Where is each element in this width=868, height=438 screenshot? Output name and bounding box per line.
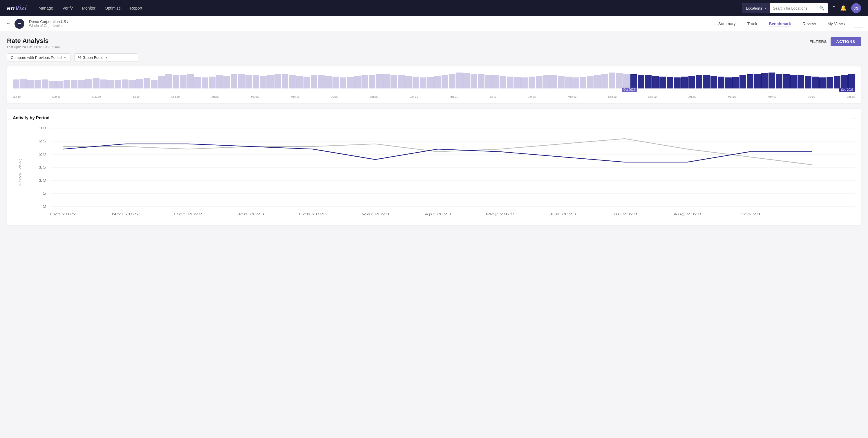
mini-bar[interactable] xyxy=(27,80,34,89)
mini-bar[interactable] xyxy=(543,75,550,89)
mini-bar[interactable] xyxy=(609,72,615,89)
mini-bar[interactable] xyxy=(434,76,441,89)
mini-bar[interactable] xyxy=(485,75,492,89)
mini-bar[interactable] xyxy=(769,72,775,89)
mini-bar[interactable] xyxy=(834,76,840,89)
mini-bar[interactable] xyxy=(216,75,223,89)
mini-bar[interactable] xyxy=(383,74,390,89)
mini-bar-chart[interactable] xyxy=(13,71,855,94)
nav-report[interactable]: Report xyxy=(130,5,142,11)
help-icon[interactable]: ? xyxy=(833,5,836,11)
mini-bar[interactable] xyxy=(245,75,252,89)
mini-bar[interactable] xyxy=(347,77,354,89)
mini-bar[interactable] xyxy=(587,76,594,89)
mini-bar[interactable] xyxy=(412,76,419,89)
mini-bar[interactable] xyxy=(333,76,339,89)
user-avatar[interactable]: JG xyxy=(851,3,861,13)
mini-bar[interactable] xyxy=(13,80,20,89)
nav-optimize[interactable]: Optimize xyxy=(105,5,121,11)
mini-bar[interactable] xyxy=(580,77,586,89)
mini-bar[interactable] xyxy=(652,76,659,89)
tab-summary[interactable]: Summary xyxy=(714,20,740,28)
download-button[interactable]: ↓ xyxy=(852,115,855,121)
mini-bar[interactable] xyxy=(558,76,564,89)
mini-bar[interactable] xyxy=(325,76,332,89)
mini-bar[interactable] xyxy=(703,75,710,89)
mini-bar[interactable] xyxy=(536,76,542,89)
mini-bar[interactable] xyxy=(304,76,310,89)
mini-bar[interactable] xyxy=(100,80,107,89)
mini-bar[interactable] xyxy=(56,81,63,89)
mini-bar[interactable] xyxy=(725,77,732,89)
mini-bar[interactable] xyxy=(194,77,201,89)
mini-bar[interactable] xyxy=(754,74,761,89)
mini-bar[interactable] xyxy=(202,77,208,89)
mini-bar[interactable] xyxy=(405,76,412,89)
mini-bar[interactable] xyxy=(362,75,368,89)
mini-bar[interactable] xyxy=(187,74,194,89)
locations-dropdown[interactable]: Locations ▾ 🔍 xyxy=(742,3,828,13)
mini-bar[interactable] xyxy=(78,80,85,89)
mini-bar[interactable] xyxy=(630,74,637,89)
mini-bar[interactable] xyxy=(470,74,477,89)
mini-bar[interactable] xyxy=(238,74,245,89)
mini-bar[interactable] xyxy=(819,77,826,89)
search-input[interactable] xyxy=(773,6,819,10)
tab-myviews[interactable]: My Views xyxy=(823,20,849,28)
mini-bar[interactable] xyxy=(572,77,579,89)
mini-bar[interactable] xyxy=(427,77,434,89)
mini-bar[interactable] xyxy=(666,77,673,89)
notifications-icon[interactable]: 🔔 xyxy=(840,5,846,11)
mini-bar[interactable] xyxy=(260,76,267,89)
nav-manage[interactable]: Manage xyxy=(39,5,53,11)
mini-bar[interactable] xyxy=(449,74,456,89)
mini-bar[interactable] xyxy=(223,76,230,89)
mini-bar[interactable] xyxy=(42,80,49,89)
mini-bar[interactable] xyxy=(827,77,833,89)
mini-bar[interactable] xyxy=(122,80,128,89)
mini-bar[interactable] xyxy=(107,80,114,89)
mini-bar[interactable] xyxy=(136,79,143,89)
mini-bar[interactable] xyxy=(20,79,27,89)
mini-bar[interactable] xyxy=(144,78,150,89)
mini-bar[interactable] xyxy=(158,76,165,89)
mini-bar[interactable] xyxy=(521,77,528,89)
mini-bar[interactable] xyxy=(601,74,608,89)
mini-bar[interactable] xyxy=(638,75,644,89)
mini-bar[interactable] xyxy=(71,80,78,89)
expand-button[interactable]: ⊡ xyxy=(854,20,862,28)
mini-bar[interactable] xyxy=(805,76,811,89)
mini-bar[interactable] xyxy=(478,74,485,89)
mini-bar[interactable] xyxy=(115,80,121,89)
mini-bar[interactable] xyxy=(659,76,666,89)
metric-filter[interactable]: % Green Fuels ▾ xyxy=(74,53,138,62)
mini-bar[interactable] xyxy=(732,77,739,89)
mini-bar[interactable] xyxy=(456,72,463,89)
mini-bar[interactable] xyxy=(441,75,448,89)
mini-bar[interactable] xyxy=(289,75,296,89)
mini-bar[interactable] xyxy=(398,75,404,89)
mini-bar[interactable] xyxy=(747,74,753,89)
mini-bar[interactable] xyxy=(790,75,797,89)
mini-bar[interactable] xyxy=(209,76,216,89)
mini-bar[interactable] xyxy=(492,75,499,89)
mini-bar[interactable] xyxy=(623,74,630,89)
tab-benchmark[interactable]: Benchmark xyxy=(764,20,796,28)
mini-bar[interactable] xyxy=(151,80,158,89)
mini-bar[interactable] xyxy=(253,75,259,89)
mini-bar[interactable] xyxy=(812,76,819,89)
mini-bar[interactable] xyxy=(529,76,535,89)
mini-bar[interactable] xyxy=(49,81,56,89)
mini-bar[interactable] xyxy=(594,75,601,89)
mini-bar[interactable] xyxy=(841,75,848,89)
nav-monitor[interactable]: Monitor xyxy=(82,5,95,11)
mini-bar[interactable] xyxy=(64,80,70,89)
mini-bar[interactable] xyxy=(391,75,397,89)
mini-bar[interactable] xyxy=(354,76,361,89)
mini-bar[interactable] xyxy=(340,77,346,89)
mini-bar[interactable] xyxy=(681,76,688,89)
mini-bar[interactable] xyxy=(776,74,782,89)
mini-bar[interactable] xyxy=(318,75,324,89)
mini-bar[interactable] xyxy=(165,74,172,89)
mini-bar[interactable] xyxy=(514,77,521,89)
